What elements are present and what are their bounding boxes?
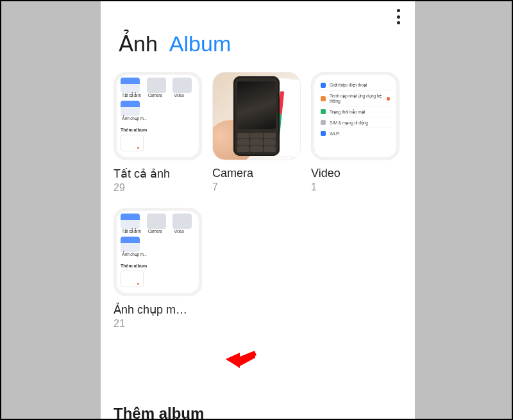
- more-vertical-icon[interactable]: [391, 8, 406, 26]
- settings-ui-thumb: Giới thiệu điện thoại Trình cập nhật ứng…: [314, 75, 396, 157]
- album-title: Ảnh chụp m…: [114, 303, 202, 317]
- album-count: 21: [114, 318, 202, 330]
- album-count: 1: [311, 181, 399, 193]
- album-count: 7: [212, 181, 301, 193]
- album-thumb[interactable]: Giới thiệu điện thoại Trình cập nhật ứng…: [311, 72, 399, 160]
- phone-screen: Ảnh Album Tất cả ảnh Cam: [101, 1, 415, 419]
- album-item-video[interactable]: Giới thiệu điện thoại Trình cập nhật ứng…: [311, 72, 399, 194]
- outer-frame: Ảnh Album Tất cả ảnh Cam: [0, 0, 513, 420]
- tab-photos[interactable]: Ảnh: [119, 31, 158, 56]
- album-thumb[interactable]: Tất cả ảnh Camera Video: [114, 72, 202, 160]
- album-item-screenshots[interactable]: Tất cả ảnh Camera Video: [114, 208, 202, 330]
- album-thumb[interactable]: Tất cả ảnh Camera Video: [114, 208, 202, 296]
- album-grid: Tất cả ảnh Camera Video: [101, 68, 415, 330]
- mini-ui-thumb: Tất cả ảnh Camera Video: [117, 75, 199, 157]
- album-title: Video: [311, 167, 399, 180]
- mini-ui-thumb: Tất cả ảnh Camera Video: [117, 211, 199, 293]
- album-item-camera[interactable]: Camera 7: [212, 72, 301, 194]
- header-bar: [101, 1, 415, 27]
- add-album-heading: Thêm album: [114, 405, 204, 419]
- album-thumb[interactable]: [212, 72, 301, 160]
- album-count: 29: [114, 182, 202, 194]
- view-tabs: Ảnh Album: [101, 27, 415, 68]
- album-title: Camera: [212, 167, 301, 180]
- tab-album[interactable]: Album: [169, 31, 231, 56]
- album-title: Tất cả ảnh: [114, 167, 202, 181]
- album-item-all-photos[interactable]: Tất cả ảnh Camera Video: [114, 72, 202, 194]
- camera-photo-thumb: [213, 72, 300, 160]
